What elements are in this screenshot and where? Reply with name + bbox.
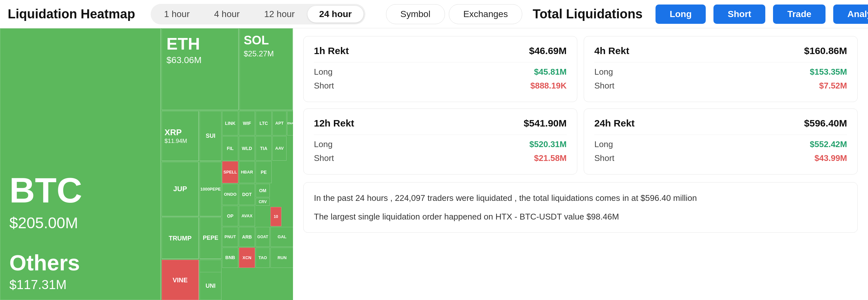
tia-symbol: TIA (260, 146, 268, 151)
fil-cell[interactable]: FIL (222, 136, 238, 161)
spell-symbol: SPELL (223, 170, 237, 175)
aav-symbol: AAV (275, 146, 284, 151)
apt-cell[interactable]: APT (272, 111, 286, 135)
time-12hour[interactable]: 12 hour (252, 6, 306, 23)
pe-cell[interactable]: PE (256, 161, 272, 183)
btc-symbol: BTC (9, 169, 82, 211)
run-symbol: RUN (278, 255, 286, 260)
rekt-12h-period: 12h Rekt (314, 118, 354, 129)
dot-cell[interactable]: DOT (239, 184, 255, 205)
trade-button[interactable]: Trade (773, 4, 826, 24)
wif-symbol: WIF (243, 121, 251, 126)
spell-cell[interactable]: SPELL (222, 161, 238, 183)
op-cell[interactable]: OP (222, 206, 238, 226)
stat-header-4h: 4h Rekt $160.86M (594, 45, 847, 56)
stat-row-24h-long: Long $552.42M (594, 137, 847, 151)
xrp-cell[interactable]: XRP $11.94M (162, 111, 199, 161)
btc-amount: $205.00M (9, 214, 78, 232)
wif-cell[interactable]: WIF (239, 111, 255, 135)
long-button[interactable]: Long (655, 4, 706, 24)
short-value-12h: $21.58M (534, 153, 567, 163)
ondo-cell[interactable]: ONDO (222, 184, 238, 205)
apt-symbol: APT (275, 121, 284, 126)
sol-cell[interactable]: SOL $25.27M (240, 28, 293, 110)
aav-cell[interactable]: AAV (272, 136, 286, 161)
rekt-24h-total: $596.40M (804, 118, 847, 129)
hbar-cell[interactable]: HBAR (239, 161, 255, 183)
rekt-1h-total: $46.69M (529, 45, 567, 56)
pepe-cell[interactable]: PEPE (199, 217, 221, 259)
avax-cell[interactable]: AVAX (239, 206, 255, 226)
fil-symbol: FIL (227, 146, 234, 151)
sui-cell[interactable]: SUI (199, 111, 221, 161)
ena-cell[interactable]: ENA (287, 111, 293, 135)
trump-cell[interactable]: TRUMP (162, 217, 199, 259)
summary-line1: In the past 24 hours , 224,097 traders w… (314, 192, 847, 205)
exchanges-filter-button[interactable]: Exchanges (449, 4, 523, 24)
time-1hour[interactable]: 1 hour (153, 6, 201, 23)
bnb-cell[interactable]: BNB (222, 247, 238, 268)
1000pepe-symbol: 1000PEPE (200, 187, 221, 192)
hbar-symbol: HBAR (241, 170, 253, 175)
tia-cell[interactable]: TIA (256, 136, 272, 161)
ltc-cell[interactable]: LTC (256, 111, 272, 135)
1000pepe-cell[interactable]: 1000PEPE (199, 162, 221, 216)
uni-cell-b[interactable]: UNI (199, 272, 221, 300)
jup-cell[interactable]: JUP (162, 162, 199, 216)
eth-symbol: ETH (166, 34, 200, 54)
short-label-24h: Short (594, 153, 614, 163)
trump-symbol: TRUMP (169, 234, 192, 242)
crv-cell[interactable]: CRV (256, 198, 270, 206)
avax-symbol: AVAX (242, 213, 252, 219)
run-cell[interactable]: RUN (271, 247, 293, 268)
tao-symbol: TAO (258, 255, 267, 260)
goat-cell[interactable]: GOAT (256, 227, 270, 247)
section-title: Total Liquidations (532, 7, 642, 21)
ondo-symbol: ONDO (224, 192, 237, 197)
treemap: BTC $205.00M Others $117.31M ETH $63.06M… (0, 28, 293, 300)
others-symbol: Others (9, 250, 80, 276)
sol-amount: $25.27M (244, 49, 274, 58)
tao-cell[interactable]: TAO (256, 247, 270, 268)
ten-cell[interactable]: 10 (271, 207, 281, 226)
xrp-amount: $11.94M (164, 138, 187, 144)
rekt-4h-period: 4h Rekt (594, 45, 629, 56)
stat-card-4h: 4h Rekt $160.86M Long $153.35M Short $7.… (584, 36, 858, 102)
om-symbol: OM (259, 188, 267, 194)
stat-row-24h-short: Short $43.99M (594, 151, 847, 165)
btc-cell[interactable]: BTC $205.00M Others $117.31M (0, 28, 161, 300)
vine-cell[interactable]: VINE (162, 260, 199, 300)
short-value-1h: $888.19K (530, 81, 567, 91)
stat-header-1h: 1h Rekt $46.69M (314, 45, 567, 56)
arb-cell[interactable]: ARB (239, 227, 255, 247)
summary-box: In the past 24 hours , 224,097 traders w… (303, 182, 858, 233)
short-button[interactable]: Short (713, 4, 765, 24)
stat-card-24h: 24h Rekt $596.40M Long $552.42M Short $4… (584, 108, 858, 174)
wld-cell[interactable]: WLD (239, 136, 255, 161)
xcn-cell[interactable]: XCN (239, 247, 255, 268)
link-cell[interactable]: LINK (222, 111, 238, 135)
long-label-12h: Long (314, 139, 333, 149)
time-group: 1 hour 4 hour 12 hour 24 hour (151, 4, 365, 25)
action-buttons-group: Long Short Trade Analytics (655, 4, 868, 24)
time-24hour[interactable]: 24 hour (307, 6, 363, 23)
stat-row-4h-short: Short $7.52M (594, 79, 847, 93)
eth-cell[interactable]: ETH $63.06M (162, 28, 239, 110)
uni-symbol: UNI (206, 282, 216, 290)
rekt-1h-period: 1h Rekt (314, 45, 349, 56)
ltc-symbol: LTC (259, 121, 268, 126)
gal-symbol: GAL (278, 234, 286, 239)
short-label-1h: Short (314, 81, 334, 91)
ena-symbol: ENA (287, 122, 293, 125)
time-4hour[interactable]: 4 hour (203, 6, 251, 23)
short-value-24h: $43.99M (814, 153, 847, 163)
om-cell[interactable]: OM (256, 184, 270, 197)
analytics-button[interactable]: Analytics (833, 4, 868, 24)
long-label-4h: Long (594, 67, 613, 77)
pnut-cell[interactable]: PNUT (222, 227, 238, 247)
symbol-filter-button[interactable]: Symbol (386, 4, 445, 24)
gal-cell[interactable]: GAL (271, 227, 293, 247)
ten-symbol: 10 (274, 214, 278, 219)
op-symbol: OP (227, 213, 234, 219)
stat-row-12h-long: Long $520.31M (314, 137, 567, 151)
